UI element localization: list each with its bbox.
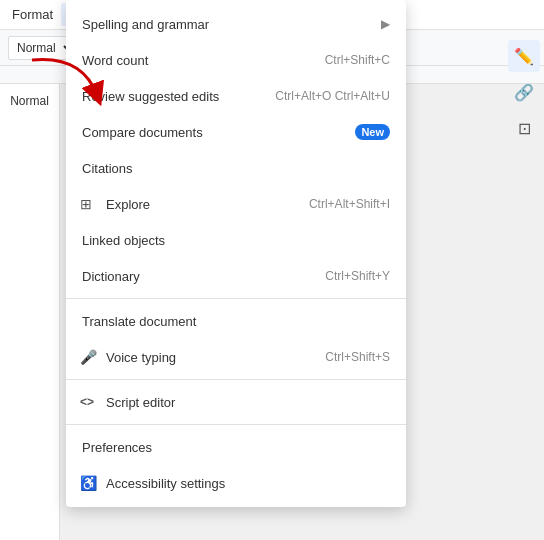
link-icon-button[interactable]: 🔗 xyxy=(508,76,540,108)
dropdown-item-dictionary[interactable]: Dictionary Ctrl+Shift+Y xyxy=(66,258,406,294)
dropdown-item-linked[interactable]: Linked objects xyxy=(66,222,406,258)
mic-icon: 🎤 xyxy=(80,349,97,365)
dropdown-item-spelling[interactable]: Spelling and grammar ▶ xyxy=(66,6,406,42)
menu-item-format[interactable]: Format xyxy=(4,3,61,26)
tools-dropdown: Spelling and grammar ▶ Word count Ctrl+S… xyxy=(66,0,406,507)
left-panel: Normal xyxy=(0,84,60,540)
dropdown-item-translate[interactable]: Translate document xyxy=(66,303,406,339)
dropdown-item-accessibility[interactable]: ♿ Accessibility settings xyxy=(66,465,406,501)
plus-box-icon: ⊞ xyxy=(80,196,92,212)
code-icon: <> xyxy=(80,395,94,409)
dropdown-item-compare[interactable]: Compare documents New xyxy=(66,114,406,150)
dropdown-item-voice[interactable]: 🎤 Voice typing Ctrl+Shift+S xyxy=(66,339,406,375)
dropdown-item-wordcount[interactable]: Word count Ctrl+Shift+C xyxy=(66,42,406,78)
expand-icon-button[interactable]: ⊡ xyxy=(508,112,540,144)
style-label: Normal xyxy=(10,94,49,108)
dropdown-item-citations[interactable]: Citations xyxy=(66,150,406,186)
dropdown-item-preferences[interactable]: Preferences xyxy=(66,429,406,465)
divider-3 xyxy=(66,424,406,425)
pencil-icon-button[interactable]: ✏️ xyxy=(508,40,540,72)
new-badge: New xyxy=(355,124,390,140)
dropdown-item-explore[interactable]: ⊞ Explore Ctrl+Alt+Shift+I xyxy=(66,186,406,222)
divider-2 xyxy=(66,379,406,380)
arrow-right-icon: ▶ xyxy=(381,17,390,31)
dropdown-item-review[interactable]: Review suggested edits Ctrl+Alt+O Ctrl+A… xyxy=(66,78,406,114)
dropdown-item-script[interactable]: <> Script editor xyxy=(66,384,406,420)
accessibility-icon: ♿ xyxy=(80,475,97,491)
right-panel-icons: ✏️ 🔗 ⊡ xyxy=(504,30,544,144)
divider-1 xyxy=(66,298,406,299)
